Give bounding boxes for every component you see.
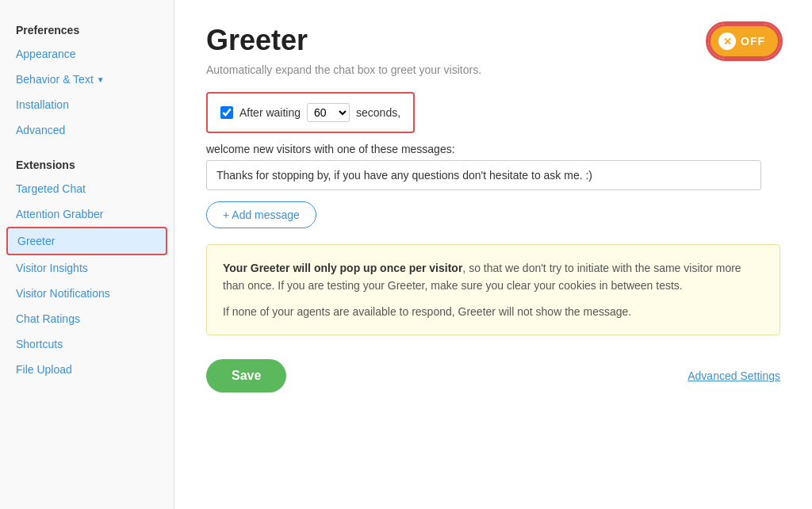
- sidebar-item-label-advanced: Advanced: [16, 124, 65, 136]
- waiting-checkbox[interactable]: [220, 106, 233, 119]
- page-title: Greeter: [206, 24, 308, 57]
- chevron-down-icon: ▼: [97, 75, 105, 84]
- toggle-x-icon: ✕: [718, 33, 736, 50]
- welcome-text-row: welcome new visitors with one of these m…: [206, 143, 780, 155]
- sidebar-item-chat-ratings[interactable]: Chat Ratings: [0, 306, 174, 331]
- sidebar-item-label-behavior: Behavior & Text: [16, 73, 94, 86]
- sidebar-item-shortcuts[interactable]: Shortcuts: [0, 331, 174, 357]
- welcome-text: welcome new visitors with one of these m…: [206, 143, 455, 155]
- sidebar-item-appearance[interactable]: Appearance: [0, 41, 174, 67]
- message-row: [206, 160, 780, 190]
- sidebar-item-advanced[interactable]: Advanced: [0, 117, 174, 143]
- sidebar-item-targeted-chat[interactable]: Targeted Chat: [0, 176, 174, 201]
- info-box: Your Greeter will only pop up once per v…: [206, 244, 780, 335]
- info-bold-text: Your Greeter will only pop up once per v…: [223, 262, 462, 274]
- toggle-label: OFF: [741, 35, 765, 48]
- sidebar-extensions-title: Extensions: [0, 151, 174, 176]
- info-text-1: Your Greeter will only pop up once per v…: [223, 259, 764, 295]
- sidebar-item-label-shortcuts: Shortcuts: [16, 338, 63, 350]
- footer-row: Save Advanced Settings: [206, 359, 780, 392]
- info-text-2: If none of your agents are available to …: [223, 303, 764, 320]
- sidebar-preferences-title: Preferences: [0, 16, 174, 41]
- sidebar-item-behavior-text[interactable]: Behavior & Text ▼: [0, 67, 174, 92]
- waiting-box: After waiting 30 60 90 120 seconds,: [206, 92, 415, 133]
- sidebar-item-label-attention-grabber: Attention Grabber: [16, 208, 104, 220]
- sidebar: Preferences Appearance Behavior & Text ▼…: [0, 0, 174, 509]
- page-subtitle: Automatically expand the chat box to gre…: [206, 63, 780, 76]
- sidebar-item-label-appearance: Appearance: [16, 48, 76, 60]
- sidebar-item-label-file-upload: File Upload: [16, 363, 72, 376]
- seconds-suffix: seconds,: [356, 106, 400, 119]
- sidebar-item-installation[interactable]: Installation: [0, 92, 174, 117]
- sidebar-item-visitor-notifications[interactable]: Visitor Notifications: [0, 281, 174, 306]
- add-message-button[interactable]: + Add message: [206, 201, 316, 228]
- main-content: Greeter ✕ OFF Automatically expand the c…: [174, 0, 812, 509]
- sidebar-item-attention-grabber[interactable]: Attention Grabber: [0, 201, 174, 227]
- main-header: Greeter ✕ OFF: [206, 24, 780, 59]
- after-label: After waiting: [239, 106, 301, 119]
- message-input[interactable]: [206, 160, 761, 190]
- sidebar-item-label-installation: Installation: [16, 98, 69, 111]
- advanced-settings-link[interactable]: Advanced Settings: [688, 369, 780, 382]
- sidebar-item-label-targeted-chat: Targeted Chat: [16, 182, 86, 195]
- sidebar-item-label-chat-ratings: Chat Ratings: [16, 312, 80, 325]
- sidebar-item-visitor-insights[interactable]: Visitor Insights: [0, 255, 174, 281]
- sidebar-item-label-greeter: Greeter: [17, 235, 55, 247]
- toggle-button[interactable]: ✕ OFF: [708, 24, 780, 59]
- sidebar-divider: [0, 143, 174, 151]
- sidebar-item-label-visitor-insights: Visitor Insights: [16, 262, 88, 274]
- sidebar-item-greeter[interactable]: Greeter: [6, 227, 167, 255]
- sidebar-item-file-upload[interactable]: File Upload: [0, 357, 174, 382]
- save-button[interactable]: Save: [206, 359, 286, 392]
- sidebar-item-label-visitor-notifications: Visitor Notifications: [16, 287, 110, 300]
- seconds-select[interactable]: 30 60 90 120: [307, 103, 350, 122]
